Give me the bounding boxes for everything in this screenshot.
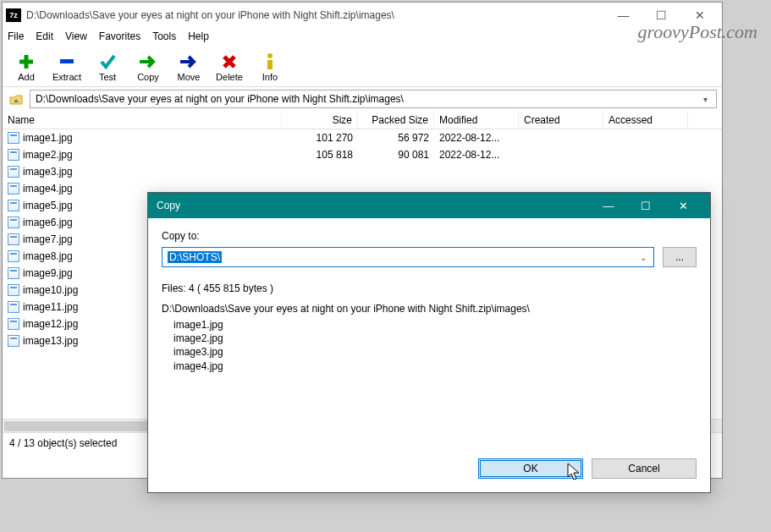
column-name[interactable]: Name bbox=[3, 111, 282, 129]
file-icon bbox=[8, 301, 19, 313]
dialog-close-button[interactable]: ✕ bbox=[664, 193, 702, 218]
info-button[interactable]: Info bbox=[250, 47, 290, 88]
file-name: image6.jpg bbox=[23, 217, 73, 228]
chevron-down-icon[interactable]: ⌄ bbox=[636, 253, 650, 262]
menu-view[interactable]: View bbox=[65, 30, 87, 42]
file-modified: 2022-08-12... bbox=[434, 149, 519, 161]
status-text: 4 / 13 object(s) selected bbox=[9, 437, 117, 449]
file-size: 105 818 bbox=[282, 149, 358, 161]
dialog-file-list: image1.jpgimage2.jpgimage3.jpgimage4.jpg bbox=[162, 318, 697, 373]
arrow-right-blue-icon bbox=[179, 53, 199, 70]
file-packed: 90 081 bbox=[358, 149, 434, 161]
delete-button[interactable]: Delete bbox=[209, 47, 250, 88]
file-modified: 2022-08-12... bbox=[434, 132, 519, 144]
list-item: image3.jpg bbox=[173, 345, 697, 359]
path-text: D:\Downloads\Save your eyes at night on … bbox=[36, 93, 700, 105]
dialog-maximize-button[interactable]: ☐ bbox=[627, 193, 664, 218]
minimize-button[interactable]: — bbox=[604, 3, 642, 27]
column-modified[interactable]: Modified bbox=[434, 111, 519, 129]
copy-button[interactable]: Copy bbox=[128, 47, 168, 88]
titlebar: 7z D:\Downloads\Save your eyes at night … bbox=[3, 3, 722, 28]
ok-button[interactable]: OK bbox=[478, 458, 583, 479]
column-accessed[interactable]: Accessed bbox=[603, 111, 688, 129]
cancel-button[interactable]: Cancel bbox=[592, 458, 697, 479]
list-item: image1.jpg bbox=[173, 318, 697, 332]
watermark: groovyPost.com bbox=[637, 21, 757, 43]
file-icon bbox=[8, 335, 19, 347]
scrollbar-thumb[interactable] bbox=[4, 421, 148, 431]
list-item: image4.jpg bbox=[173, 359, 697, 373]
destination-combobox[interactable]: D:\SHOTS\ ⌄ bbox=[162, 247, 654, 267]
destination-value: D:\SHOTS\ bbox=[168, 251, 222, 263]
file-name: image11.jpg bbox=[23, 301, 78, 313]
path-combobox[interactable]: D:\Downloads\Save your eyes at night on … bbox=[30, 90, 717, 108]
file-icon bbox=[8, 149, 19, 161]
column-created[interactable]: Created bbox=[519, 111, 603, 129]
browse-button[interactable]: ... bbox=[663, 247, 697, 267]
menu-file[interactable]: File bbox=[8, 30, 24, 42]
window-title: D:\Downloads\Save your eyes at night on … bbox=[26, 9, 604, 21]
table-row[interactable]: image1.jpg101 27056 9722022-08-12... bbox=[3, 129, 722, 146]
file-name: image5.jpg bbox=[23, 200, 73, 211]
minus-icon bbox=[58, 53, 75, 70]
file-icon bbox=[8, 217, 19, 228]
test-button[interactable]: Test bbox=[87, 47, 128, 88]
dialog-title: Copy bbox=[157, 200, 590, 211]
list-item: image2.jpg bbox=[173, 332, 697, 345]
arrow-right-green-icon bbox=[138, 53, 158, 70]
file-name: image1.jpg bbox=[23, 132, 73, 144]
app-icon: 7z bbox=[6, 8, 21, 22]
menu-edit[interactable]: Edit bbox=[36, 30, 53, 42]
file-icon bbox=[8, 200, 19, 211]
file-icon bbox=[8, 166, 19, 178]
file-size: 101 270 bbox=[282, 132, 358, 144]
file-icon bbox=[8, 267, 19, 279]
file-icon bbox=[8, 132, 19, 144]
file-name: image12.jpg bbox=[23, 318, 78, 330]
svg-point-1 bbox=[267, 53, 273, 58]
file-name: image7.jpg bbox=[23, 233, 73, 245]
pathbar: D:\Downloads\Save your eyes at night on … bbox=[3, 87, 722, 111]
files-summary: Files: 4 ( 455 815 bytes ) bbox=[162, 282, 697, 294]
svg-rect-0 bbox=[60, 59, 74, 63]
menu-tools[interactable]: Tools bbox=[152, 30, 176, 42]
file-packed: 56 972 bbox=[358, 132, 434, 144]
extract-button[interactable]: Extract bbox=[47, 47, 87, 88]
copy-to-label: Copy to: bbox=[162, 230, 697, 242]
svg-rect-2 bbox=[267, 60, 273, 69]
dialog-minimize-button[interactable]: — bbox=[590, 193, 627, 218]
info-icon bbox=[264, 53, 276, 70]
menu-help[interactable]: Help bbox=[188, 30, 209, 42]
file-name: image4.jpg bbox=[23, 183, 73, 195]
toolbar: Add Extract Test Copy Move Delete Info bbox=[3, 45, 722, 87]
file-icon bbox=[8, 233, 19, 245]
x-icon bbox=[222, 53, 237, 70]
source-path: D:\Downloads\Save your eyes at night on … bbox=[162, 303, 697, 315]
plus-icon bbox=[18, 53, 35, 70]
file-name: image3.jpg bbox=[23, 166, 73, 178]
file-name: image10.jpg bbox=[23, 284, 78, 296]
list-header: Name Size Packed Size Modified Created A… bbox=[3, 111, 722, 129]
table-row[interactable]: image3.jpg bbox=[3, 163, 722, 180]
copy-dialog: Copy — ☐ ✕ Copy to: D:\SHOTS\ ⌄ ... File… bbox=[147, 192, 711, 493]
column-packed[interactable]: Packed Size bbox=[358, 111, 434, 129]
file-name: image8.jpg bbox=[23, 250, 73, 262]
dialog-titlebar: Copy — ☐ ✕ bbox=[148, 193, 710, 218]
move-button[interactable]: Move bbox=[168, 47, 209, 88]
add-button[interactable]: Add bbox=[6, 47, 47, 88]
file-icon bbox=[8, 318, 19, 330]
file-icon bbox=[8, 183, 19, 195]
file-name: image2.jpg bbox=[23, 149, 73, 161]
chevron-down-icon[interactable]: ▾ bbox=[700, 95, 711, 104]
column-size[interactable]: Size bbox=[282, 111, 358, 129]
file-icon bbox=[8, 250, 19, 262]
table-row[interactable]: image2.jpg105 81890 0812022-08-12... bbox=[3, 146, 722, 163]
file-name: image9.jpg bbox=[23, 267, 73, 279]
file-name: image13.jpg bbox=[23, 335, 78, 347]
file-icon bbox=[8, 284, 19, 296]
menubar: File Edit View Favorites Tools Help bbox=[3, 28, 722, 45]
menu-favorites[interactable]: Favorites bbox=[99, 30, 140, 42]
up-folder-button[interactable] bbox=[8, 90, 25, 107]
check-icon bbox=[99, 53, 116, 70]
